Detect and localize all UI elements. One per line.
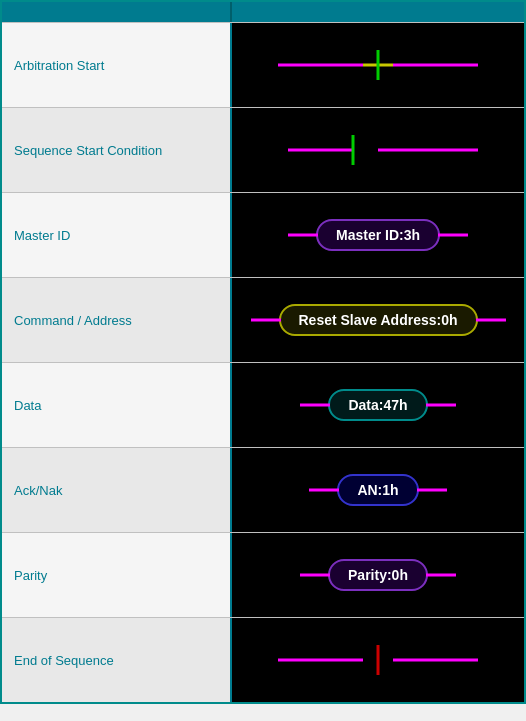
table-row: End of Sequence (2, 617, 524, 702)
row-visual: Master ID:3h (232, 193, 524, 277)
table-row: DataData:47h (2, 362, 524, 447)
spmi-bus-table: Arbitration StartSequence Start Conditio… (0, 0, 526, 704)
row-label: Master ID (2, 193, 232, 277)
sequence-visual (278, 130, 478, 170)
row-label: Data (2, 363, 232, 447)
table-row: Command / AddressReset Slave Address:0h (2, 277, 524, 362)
table-row: ParityParity:0h (2, 532, 524, 617)
pill-badge: Parity:0h (328, 559, 428, 591)
table-body: Arbitration StartSequence Start Conditio… (2, 22, 524, 702)
header-indicated-by (232, 2, 524, 22)
row-visual: Parity:0h (232, 533, 524, 617)
pill-badge: AN:1h (337, 474, 418, 506)
table-row: Arbitration Start (2, 22, 524, 107)
pill-badge: Master ID:3h (316, 219, 440, 251)
row-label: Ack/Nak (2, 448, 232, 532)
table-row: Ack/NakAN:1h (2, 447, 524, 532)
row-label: End of Sequence (2, 618, 232, 702)
row-label: Parity (2, 533, 232, 617)
pill-badge: Reset Slave Address:0h (279, 304, 478, 336)
table-row: Master IDMaster ID:3h (2, 192, 524, 277)
row-label: Command / Address (2, 278, 232, 362)
row-visual: Reset Slave Address:0h (232, 278, 524, 362)
row-visual (232, 618, 524, 702)
table-row: Sequence Start Condition (2, 107, 524, 192)
header-bus-element (2, 2, 232, 22)
row-label: Sequence Start Condition (2, 108, 232, 192)
table-header (2, 2, 524, 22)
row-visual (232, 108, 524, 192)
pill-badge: Data:47h (328, 389, 427, 421)
row-visual (232, 23, 524, 107)
arbitration-visual (278, 45, 478, 85)
row-visual: Data:47h (232, 363, 524, 447)
row-label: Arbitration Start (2, 23, 232, 107)
eos-visual (278, 640, 478, 680)
row-visual: AN:1h (232, 448, 524, 532)
